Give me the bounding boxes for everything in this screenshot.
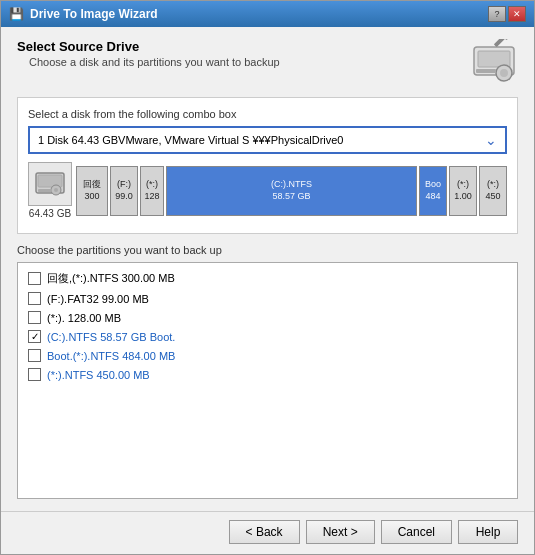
titlebar-title: Drive To Image Wizard (30, 7, 158, 21)
combo-arrow-icon: ⌄ (485, 132, 497, 148)
part-block-small3: (*:) 450 (479, 166, 507, 216)
disk-visual: 64.43 GB 回復 300 (F:) 99.0 (*:) 128 (28, 154, 507, 223)
titlebar: 💾 Drive To Image Wizard ? ✕ (1, 1, 534, 27)
partition-checkbox-2[interactable] (28, 292, 41, 305)
disk-hdd-icon-box: 64.43 GB (28, 162, 72, 219)
partitions-list: 回復,(*:).NTFS 300.00 MB (F:).FAT32 99.00 … (17, 262, 518, 499)
svg-rect-4 (476, 69, 496, 73)
part-block-small1: (*:) 128 (140, 166, 164, 216)
partition-checkbox-3[interactable] (28, 311, 41, 324)
part-block-small2: (*:) 1.00 (449, 166, 477, 216)
disk-selector-label: Select a disk from the following combo b… (28, 108, 507, 120)
part-block-fat: (F:) 99.0 (110, 166, 138, 216)
footer-buttons: < Back Next > Cancel Help (1, 511, 534, 554)
list-item: Boot.(*:).NTFS 484.00 MB (28, 349, 507, 362)
header-drive-icon (470, 39, 518, 87)
partition-label-6: (*:).NTFS 450.00 MB (47, 369, 150, 381)
back-button[interactable]: < Back (229, 520, 300, 544)
part-block-recovery: 回復 300 (76, 166, 108, 216)
svg-rect-5 (494, 39, 507, 47)
list-item: (F:).FAT32 99.00 MB (28, 292, 507, 305)
svg-point-10 (54, 188, 58, 192)
disk-hdd-icon (28, 162, 72, 206)
partition-label-4: (C:).NTFS 58.57 GB Boot. (47, 331, 175, 343)
partition-checkbox-6[interactable] (28, 368, 41, 381)
help-button[interactable]: Help (458, 520, 518, 544)
disk-selector-section: Select a disk from the following combo b… (17, 97, 518, 234)
disk-combo-box[interactable]: 1 Disk 64.43 GBVMware, VMware Virtual S … (28, 126, 507, 154)
list-item: (C:).NTFS 58.57 GB Boot. (28, 330, 507, 343)
header-section: Select Source Drive Choose a disk and it… (17, 39, 518, 87)
partition-label-2: (F:).FAT32 99.00 MB (47, 293, 149, 305)
list-item: (*:). 128.00 MB (28, 311, 507, 324)
help-window-button[interactable]: ? (488, 6, 506, 22)
partitions-section-label: Choose the partitions you want to back u… (17, 244, 518, 256)
partitions-section: Choose the partitions you want to back u… (17, 244, 518, 499)
part-block-boot: Boo 484 (419, 166, 447, 216)
partition-checkbox-4[interactable] (28, 330, 41, 343)
next-button[interactable]: Next > (306, 520, 375, 544)
partition-label-1: 回復,(*:).NTFS 300.00 MB (47, 271, 175, 286)
main-content: Select Source Drive Choose a disk and it… (1, 27, 534, 511)
close-window-button[interactable]: ✕ (508, 6, 526, 22)
svg-point-3 (500, 69, 508, 77)
combo-selected-value: 1 Disk 64.43 GBVMware, VMware Virtual S … (38, 134, 343, 146)
titlebar-app-icon: 💾 (9, 7, 24, 21)
cancel-button[interactable]: Cancel (381, 520, 452, 544)
partition-strip: 回復 300 (F:) 99.0 (*:) 128 (C:).NTFS 58.5… (76, 166, 507, 216)
disk-size-label: 64.43 GB (29, 208, 71, 219)
partition-checkbox-5[interactable] (28, 349, 41, 362)
page-title: Select Source Drive (17, 39, 280, 54)
part-block-ntfs-main: (C:).NTFS 58.57 GB (166, 166, 417, 216)
titlebar-left: 💾 Drive To Image Wizard (9, 7, 158, 21)
svg-rect-11 (38, 189, 52, 192)
page-subtitle: Choose a disk and its partitions you wan… (29, 56, 280, 68)
main-window: 💾 Drive To Image Wizard ? ✕ Select Sourc… (0, 0, 535, 555)
header-text: Select Source Drive Choose a disk and it… (17, 39, 280, 68)
list-item: (*:).NTFS 450.00 MB (28, 368, 507, 381)
partition-label-3: (*:). 128.00 MB (47, 312, 121, 324)
partition-label-5: Boot.(*:).NTFS 484.00 MB (47, 350, 175, 362)
partition-checkbox-1[interactable] (28, 272, 41, 285)
list-item: 回復,(*:).NTFS 300.00 MB (28, 271, 507, 286)
titlebar-buttons: ? ✕ (488, 6, 526, 22)
